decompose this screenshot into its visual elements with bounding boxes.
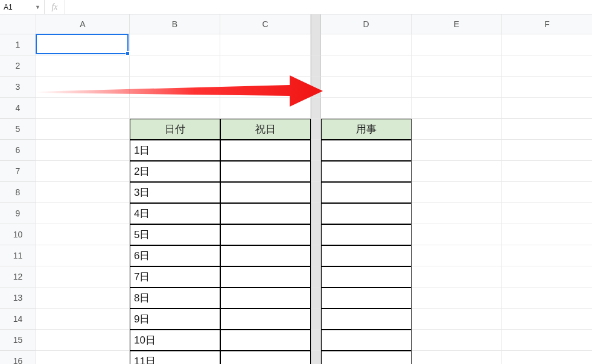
cell-C10[interactable] bbox=[220, 224, 311, 245]
gap-cell[interactable] bbox=[311, 224, 321, 245]
gap-cell[interactable] bbox=[311, 245, 321, 266]
cell-C11[interactable] bbox=[220, 245, 311, 266]
cell-C14[interactable] bbox=[220, 309, 311, 330]
cell-D7[interactable] bbox=[321, 161, 412, 182]
cell-D2[interactable] bbox=[321, 55, 412, 77]
cell-E1[interactable] bbox=[412, 34, 502, 55]
row-header-2[interactable]: 2 bbox=[0, 55, 36, 77]
cell-E4[interactable] bbox=[412, 98, 502, 119]
column-header-D[interactable]: D bbox=[321, 14, 412, 34]
cell-A7[interactable] bbox=[36, 161, 130, 182]
cell-F6[interactable] bbox=[502, 140, 592, 161]
cell-D10[interactable] bbox=[321, 224, 412, 245]
select-all-corner[interactable] bbox=[0, 14, 36, 34]
cell-A8[interactable] bbox=[36, 182, 130, 203]
cell-B12[interactable]: 7日 bbox=[130, 266, 220, 287]
cell-A3[interactable] bbox=[36, 77, 130, 98]
cell-E11[interactable] bbox=[412, 245, 502, 266]
cell-A9[interactable] bbox=[36, 203, 130, 224]
cell-F5[interactable] bbox=[502, 119, 592, 140]
cell-A14[interactable] bbox=[36, 309, 130, 330]
cell-B8[interactable]: 3日 bbox=[130, 182, 220, 203]
cell-D13[interactable] bbox=[321, 287, 412, 309]
cell-F4[interactable] bbox=[502, 98, 592, 119]
formula-input[interactable] bbox=[65, 0, 592, 14]
row-header-9[interactable]: 9 bbox=[0, 203, 36, 224]
cell-C5[interactable]: 祝日 bbox=[220, 119, 311, 140]
cell-A13[interactable] bbox=[36, 287, 130, 309]
gap-cell[interactable] bbox=[311, 351, 321, 364]
row-header-15[interactable]: 15 bbox=[0, 330, 36, 351]
row-header-1[interactable]: 1 bbox=[0, 34, 36, 55]
cell-C16[interactable] bbox=[220, 351, 311, 364]
column-header-A[interactable]: A bbox=[36, 14, 130, 34]
column-header-B[interactable]: B bbox=[130, 14, 220, 34]
cell-C6[interactable] bbox=[220, 140, 311, 161]
cell-E5[interactable] bbox=[412, 119, 502, 140]
cell-E13[interactable] bbox=[412, 287, 502, 309]
cell-C4[interactable] bbox=[220, 98, 311, 119]
cell-C1[interactable] bbox=[220, 34, 311, 55]
row-header-14[interactable]: 14 bbox=[0, 309, 36, 330]
gap-cell[interactable] bbox=[311, 77, 321, 98]
cell-F12[interactable] bbox=[502, 266, 592, 287]
cell-B7[interactable]: 2日 bbox=[130, 161, 220, 182]
cell-A10[interactable] bbox=[36, 224, 130, 245]
cell-F3[interactable] bbox=[502, 77, 592, 98]
cell-F13[interactable] bbox=[502, 287, 592, 309]
cell-F10[interactable] bbox=[502, 224, 592, 245]
gap-cell[interactable] bbox=[311, 34, 321, 55]
row-header-5[interactable]: 5 bbox=[0, 119, 36, 140]
gap-cell[interactable] bbox=[311, 330, 321, 351]
column-header-C[interactable]: C bbox=[220, 14, 311, 34]
cell-D3[interactable] bbox=[321, 77, 412, 98]
cell-B2[interactable] bbox=[130, 55, 220, 77]
cell-B15[interactable]: 10日 bbox=[130, 330, 220, 351]
row-header-11[interactable]: 11 bbox=[0, 245, 36, 266]
cell-E3[interactable] bbox=[412, 77, 502, 98]
cell-A6[interactable] bbox=[36, 140, 130, 161]
cell-B10[interactable]: 5日 bbox=[130, 224, 220, 245]
gap-cell[interactable] bbox=[311, 140, 321, 161]
gap-cell[interactable] bbox=[311, 287, 321, 309]
cell-A1[interactable] bbox=[36, 34, 130, 55]
cell-D12[interactable] bbox=[321, 266, 412, 287]
cell-F7[interactable] bbox=[502, 161, 592, 182]
cell-F16[interactable] bbox=[502, 351, 592, 364]
cell-D1[interactable] bbox=[321, 34, 412, 55]
cell-F8[interactable] bbox=[502, 182, 592, 203]
gap-cell[interactable] bbox=[311, 161, 321, 182]
cell-D14[interactable] bbox=[321, 309, 412, 330]
cell-A16[interactable] bbox=[36, 351, 130, 364]
row-header-8[interactable]: 8 bbox=[0, 182, 36, 203]
cell-D9[interactable] bbox=[321, 203, 412, 224]
cell-E8[interactable] bbox=[412, 182, 502, 203]
cell-B3[interactable] bbox=[130, 77, 220, 98]
cell-B13[interactable]: 8日 bbox=[130, 287, 220, 309]
cell-C2[interactable] bbox=[220, 55, 311, 77]
row-header-12[interactable]: 12 bbox=[0, 266, 36, 287]
cell-C8[interactable] bbox=[220, 182, 311, 203]
gap-cell[interactable] bbox=[311, 119, 321, 140]
cell-F9[interactable] bbox=[502, 203, 592, 224]
cell-C13[interactable] bbox=[220, 287, 311, 309]
cell-F11[interactable] bbox=[502, 245, 592, 266]
cell-C9[interactable] bbox=[220, 203, 311, 224]
cell-D15[interactable] bbox=[321, 330, 412, 351]
cell-B11[interactable]: 6日 bbox=[130, 245, 220, 266]
cell-B1[interactable] bbox=[130, 34, 220, 55]
row-header-13[interactable]: 13 bbox=[0, 287, 36, 309]
row-header-16[interactable]: 16 bbox=[0, 351, 36, 364]
cell-A11[interactable] bbox=[36, 245, 130, 266]
column-header-F[interactable]: F bbox=[502, 14, 592, 34]
cell-B6[interactable]: 1日 bbox=[130, 140, 220, 161]
cell-E14[interactable] bbox=[412, 309, 502, 330]
cell-D4[interactable] bbox=[321, 98, 412, 119]
cell-B14[interactable]: 9日 bbox=[130, 309, 220, 330]
gap-cell[interactable] bbox=[311, 182, 321, 203]
gap-cell[interactable] bbox=[311, 309, 321, 330]
cell-C15[interactable] bbox=[220, 330, 311, 351]
cell-A5[interactable] bbox=[36, 119, 130, 140]
cell-D5[interactable]: 用事 bbox=[321, 119, 412, 140]
gap-cell[interactable] bbox=[311, 266, 321, 287]
